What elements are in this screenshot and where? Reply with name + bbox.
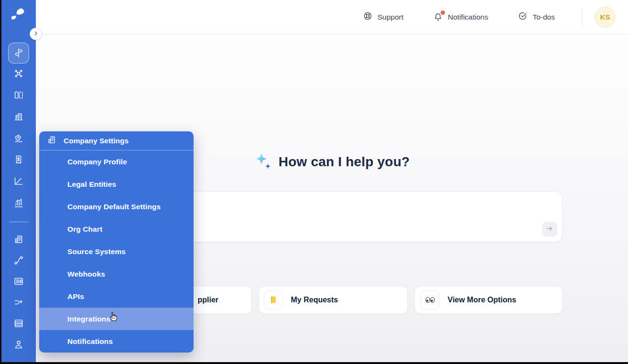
bar-chart-icon [13,197,24,210]
app-window: Support Notifications To-dos KS [1,0,628,362]
todos-label: To-dos [532,13,555,21]
assistant-title-row: How can I help you? [254,152,410,172]
line-chart-icon [13,175,24,189]
sidebar-item-pen[interactable] [1,128,36,150]
menu-item-label: Legal Entities [67,180,116,189]
sidebar-item-invoice[interactable] [1,150,36,171]
company-building-icon [47,135,57,147]
todos-button[interactable]: To-dos [518,11,555,23]
eyes-icon [421,290,440,310]
top-header: Support Notifications To-dos KS [36,0,628,34]
menu-item-company-profile[interactable]: Company Profile [39,150,194,173]
sidebar-item-building[interactable] [1,107,36,128]
notifications-label: Notifications [448,13,488,21]
sidebar-divider [9,222,28,222]
layout-panels-icon [13,89,24,103]
signpost-icon [8,43,29,64]
sidebar [1,0,36,362]
menu-item-apis[interactable]: APIs [39,285,194,308]
menu-item-label: Company Profile [67,158,127,166]
menu-item-org-chart[interactable]: Org Chart [39,218,194,240]
menu-item-label: Org Chart [67,225,102,234]
user-person-icon [13,339,24,352]
bookmark-icon [264,290,283,310]
assistant-title: How can I help you? [279,154,410,170]
news-form-icon [13,276,24,289]
mouse-cursor-hand [108,311,119,325]
menu-item-label: Integrations [67,315,110,323]
sidebar-expand-button[interactable] [30,28,42,40]
menu-item-label: Source Systems [67,247,126,256]
nodes-network-icon [13,68,24,81]
notifications-button[interactable]: Notifications [433,12,488,22]
sidebar-item-table[interactable] [1,314,36,335]
sidebar-item-panels[interactable] [1,85,36,107]
company-settings-menu: Company Settings Company Profile Legal E… [39,131,194,353]
invoice-dollar-icon [13,154,24,167]
sidebar-item-nodes[interactable] [1,64,36,85]
sparkles-icon [254,152,272,172]
sidebar-item-news[interactable] [1,272,36,293]
menu-item-company-default-settings[interactable]: Company Default Settings [39,195,194,218]
menu-item-label: Notifications [67,337,113,346]
quick-card-my-requests[interactable]: My Requests [259,286,408,314]
check-circle-icon [518,11,528,23]
submit-button[interactable] [542,222,557,237]
chevron-right-icon [33,31,39,38]
menu-item-source-systems[interactable]: Source Systems [39,240,194,263]
header-divider [582,8,582,27]
office-documents-icon [13,234,24,247]
support-button[interactable]: Support [363,11,403,23]
notification-badge-dot [441,11,445,15]
pen-tool-icon [13,132,24,146]
factory-building-icon [13,111,24,124]
app-logo [1,6,36,28]
avatar-initials: KS [600,13,610,21]
menu-item-label: APIs [67,292,84,301]
support-label: Support [378,13,403,21]
sidebar-item-company[interactable] [1,230,36,251]
quick-card-view-more[interactable]: View More Options [414,286,563,314]
sidebar-nav [1,42,36,356]
table-grid-icon [13,318,24,331]
leaf-logo-icon [9,6,28,28]
menu-title: Company Settings [64,137,129,145]
split-arrows-icon [13,297,24,310]
sidebar-item-line-chart[interactable] [1,171,36,193]
arrow-right-icon [545,225,553,234]
quick-card-label: View More Options [448,296,517,304]
sidebar-item-bar-chart[interactable] [1,193,36,214]
menu-item-legal-entities[interactable]: Legal Entities [39,173,194,195]
menu-item-label: Webhooks [67,270,105,278]
lifebuoy-icon [363,11,373,23]
sidebar-item-signpost[interactable] [1,42,36,64]
route-workflow-icon [13,255,24,268]
menu-item-notifications[interactable]: Notifications [39,330,194,353]
sidebar-item-workflow[interactable] [1,251,36,272]
quick-card-label: My Requests [291,296,338,304]
menu-item-webhooks[interactable]: Webhooks [39,263,194,285]
quick-card-label: pplier [198,296,219,304]
sidebar-item-split[interactable] [1,293,36,314]
bell-icon [433,12,443,22]
menu-item-label: Company Default Settings [67,203,161,211]
company-settings-menu-header: Company Settings [39,131,194,150]
sidebar-item-user[interactable] [1,335,36,356]
user-avatar[interactable]: KS [595,7,616,28]
